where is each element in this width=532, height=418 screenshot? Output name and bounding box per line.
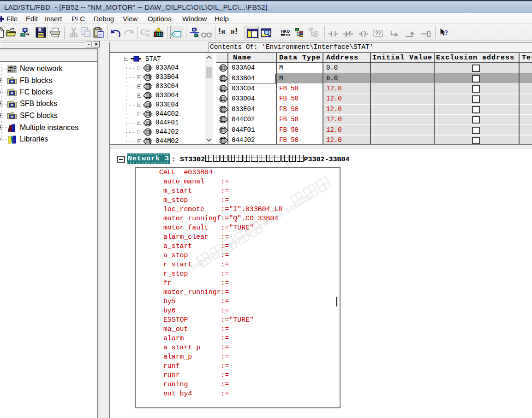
svg-text:HKO: HKO — [8, 65, 17, 70]
svg-text:HKO: HKO — [281, 29, 290, 34]
svg-text:?: ? — [445, 29, 448, 36]
svg-text:??: ?? — [375, 30, 381, 36]
svg-text:C: C — [140, 28, 146, 36]
svg-text:01: 01 — [146, 29, 150, 33]
svg-text:10: 10 — [146, 33, 150, 37]
